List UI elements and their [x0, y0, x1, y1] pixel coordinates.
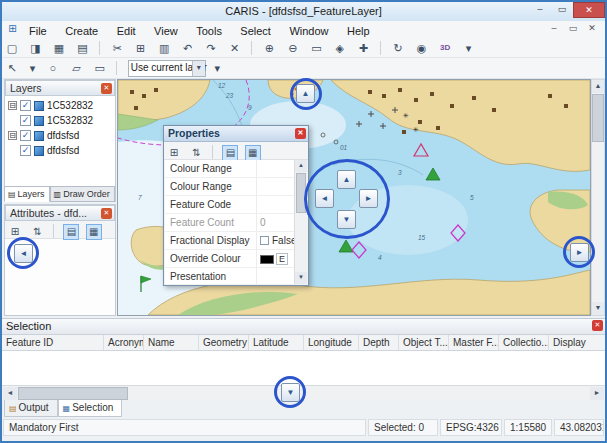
property-row[interactable]: Fractional Display False — [165, 232, 295, 250]
menu-file[interactable]: File — [22, 23, 54, 39]
menu-create[interactable]: Create — [58, 23, 105, 39]
property-value[interactable]: E — [276, 253, 288, 265]
property-row[interactable]: Feature Count 0 — [165, 214, 295, 232]
select-cursor-icon[interactable]: ↖ — [3, 59, 21, 77]
window-maximize-button[interactable]: ▭ — [551, 2, 573, 18]
menu-tools[interactable]: Tools — [189, 23, 229, 39]
property-row[interactable]: Feature Code — [165, 196, 295, 214]
tab-output[interactable]: ▤Output — [4, 400, 58, 417]
undo-icon[interactable]: ↶ — [179, 39, 197, 57]
north-arrow-icon[interactable]: ◉ — [413, 39, 431, 57]
child-close-button[interactable]: ✕ — [583, 22, 601, 36]
layer-tree-row[interactable]: ⊟ ✓ dfdsfsd — [5, 128, 115, 143]
redo-icon[interactable]: ↷ — [202, 39, 220, 57]
cut-icon[interactable]: ✂ — [108, 39, 126, 57]
column-header[interactable]: Master F... — [449, 335, 499, 351]
scroll-up-icon[interactable]: ▲ — [592, 80, 604, 93]
zoom-extent-icon[interactable]: ◈ — [331, 39, 349, 57]
child-restore-button[interactable]: ▭ — [564, 22, 582, 36]
tab-selection[interactable]: ▦Selection — [58, 400, 123, 417]
layers-close-icon[interactable]: ✕ — [101, 83, 112, 94]
menu-window[interactable]: Window — [282, 23, 335, 39]
copy-icon[interactable]: ⊞ — [132, 39, 150, 57]
property-row[interactable]: Presentation — [165, 268, 295, 284]
menu-view[interactable]: View — [147, 23, 185, 39]
print-icon[interactable]: ▤ — [73, 39, 91, 57]
toolbar-options-icon[interactable]: ▾ — [211, 59, 223, 77]
sort-alpha-icon[interactable]: ⇅ — [188, 145, 204, 161]
menu-select[interactable]: Select — [233, 23, 278, 39]
property-row[interactable]: Colour Range — [165, 160, 295, 178]
select-rect-icon[interactable]: ▭ — [91, 59, 109, 77]
selection-table-body[interactable] — [2, 351, 605, 385]
child-minimize-button[interactable]: – — [545, 22, 563, 36]
open-icon[interactable]: ◨ — [26, 39, 44, 57]
zoom-window-icon[interactable]: ▭ — [307, 39, 325, 57]
view-standard-icon[interactable]: ▤ — [63, 224, 79, 240]
column-header[interactable]: Display — [549, 335, 605, 351]
column-header[interactable]: Collectio... — [499, 335, 549, 351]
column-header[interactable]: Latitude — [249, 335, 304, 351]
vertical-scroll-thumb[interactable] — [592, 94, 604, 142]
column-header[interactable]: Longitude — [304, 335, 359, 351]
properties-dialog[interactable]: Properties ✕ ⊞ ⇅ ▤ ▦ Colour Range Colour… — [163, 125, 309, 286]
properties-close-icon[interactable]: ✕ — [295, 128, 306, 139]
menu-edit[interactable]: Edit — [110, 23, 143, 39]
collapse-icon[interactable]: ⊟ — [8, 101, 17, 110]
paste-icon[interactable]: ▥ — [155, 39, 173, 57]
column-header[interactable]: Geometry — [199, 335, 249, 351]
layer-checkbox[interactable]: ✓ — [20, 130, 31, 141]
column-header[interactable]: Acronym — [104, 335, 144, 351]
scroll-right-icon[interactable]: ► — [590, 387, 604, 400]
tab-draw-order[interactable]: ▥Draw Order — [50, 186, 115, 202]
refresh-icon[interactable]: ↻ — [389, 39, 407, 57]
attributes-close-icon[interactable]: ✕ — [101, 208, 112, 219]
window-minimize-button[interactable]: – — [529, 2, 551, 18]
chevron-down-icon[interactable]: ▾ — [192, 61, 205, 76]
select-lasso-icon[interactable]: ○ — [44, 59, 62, 77]
layer-tree-row[interactable]: ✓ 1C532832 — [5, 113, 115, 128]
view-extended-icon[interactable]: ▦ — [245, 145, 261, 161]
fractional-display-checkbox[interactable] — [260, 236, 269, 245]
horizontal-scroll-thumb[interactable] — [18, 387, 128, 400]
scroll-down-icon[interactable]: ▼ — [295, 272, 307, 284]
save-icon[interactable]: ▦ — [50, 39, 68, 57]
categorized-icon[interactable]: ⊞ — [166, 145, 182, 161]
title-bar[interactable]: CARIS - [dfdsfsd_FeatureLayer] – ▭ ✕ — [2, 2, 605, 21]
properties-scrollbar[interactable]: ▲ ▼ — [294, 160, 307, 284]
cursor-dropdown-icon[interactable]: ▾ — [26, 59, 38, 77]
status-epsg[interactable]: EPSG:4326 — [440, 419, 502, 436]
view-3d-icon[interactable]: 3D — [436, 39, 454, 57]
zoom-out-icon[interactable]: ⊖ — [284, 39, 302, 57]
window-close-button[interactable]: ✕ — [573, 2, 605, 18]
pan-icon[interactable]: ✚ — [354, 39, 372, 57]
view-standard-icon[interactable]: ▤ — [222, 145, 238, 161]
new-icon[interactable]: ▢ — [3, 39, 21, 57]
layer-combobox[interactable]: Use current layer ▾ — [128, 60, 206, 77]
layer-tree-row[interactable]: ⊟ ✓ 1C532832 — [5, 98, 115, 113]
layer-checkbox[interactable]: ✓ — [20, 115, 31, 126]
collapse-icon[interactable]: ⊟ — [8, 131, 17, 140]
zoom-in-icon[interactable]: ⊕ — [260, 39, 278, 57]
layer-checkbox[interactable]: ✓ — [20, 145, 31, 156]
layer-checkbox[interactable]: ✓ — [20, 100, 31, 111]
scroll-left-icon[interactable]: ◄ — [3, 387, 17, 400]
column-header[interactable]: Name — [144, 335, 199, 351]
attributes-panel-header[interactable]: Attributes - dfd... ✕ — [5, 205, 115, 221]
properties-dialog-header[interactable]: Properties ✕ — [164, 126, 308, 142]
colour-swatch[interactable] — [260, 255, 274, 264]
column-header[interactable]: Depth — [359, 335, 399, 351]
sort-alpha-icon[interactable]: ⇅ — [29, 224, 45, 240]
layer-tree-row[interactable]: ✓ dfdsfsd — [5, 143, 115, 158]
property-row[interactable]: Colour Range — [165, 178, 295, 196]
selection-close-icon[interactable]: ✕ — [592, 320, 603, 331]
select-polygon-icon[interactable]: ▱ — [67, 59, 85, 77]
map-vertical-scrollbar[interactable]: ▲ ▼ — [591, 79, 605, 316]
column-header[interactable]: Feature ID — [2, 335, 104, 351]
layers-panel-header[interactable]: Layers ✕ — [5, 80, 115, 96]
tab-layers[interactable]: ▤Layers — [4, 186, 50, 202]
scroll-up-icon[interactable]: ▲ — [295, 160, 307, 172]
selection-panel-header[interactable]: Selection ✕ — [2, 319, 605, 335]
view-extended-icon[interactable]: ▦ — [86, 224, 102, 240]
column-header[interactable]: Object T... — [399, 335, 449, 351]
